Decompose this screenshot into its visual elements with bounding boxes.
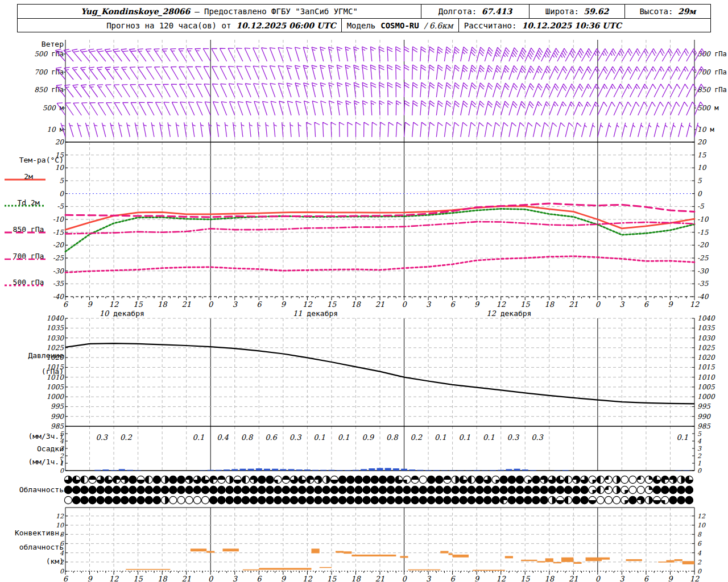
convective-cloud-segment [521,560,537,561]
svg-text:0: 0 [595,300,601,309]
precip-bar [135,470,141,471]
svg-text:21: 21 [569,575,578,582]
svg-text:0.3: 0.3 [96,433,108,442]
svg-text:9: 9 [668,300,673,309]
svg-text:1040: 1040 [46,314,64,322]
svg-text:12: 12 [109,575,119,582]
pressure-panel-units: (гПа) [0,367,64,376]
precip-bar [506,469,512,471]
legend-label-850: 850 гПа [0,225,57,234]
svg-text:20: 20 [55,138,65,146]
precip-bar [457,470,464,471]
convective-cloud-segment [408,569,441,571]
svg-text:6: 6 [63,300,69,309]
precip-bar [208,470,214,471]
svg-text:3: 3 [697,445,702,452]
svg-text:1005: 1005 [697,383,715,391]
precip-bar [401,469,407,471]
svg-text:10: 10 [55,164,65,172]
precip-bar [239,469,246,471]
svg-text:12: 12 [690,575,700,582]
svg-text:1025: 1025 [697,344,715,352]
precip-1h-units: (мм/1ч.) [0,458,64,466]
precip-bar [264,469,270,471]
svg-text:15: 15 [327,300,337,309]
svg-text:5: 5 [59,177,64,185]
svg-text:2: 2 [697,452,702,460]
precip-bar [474,470,480,471]
svg-text:10 декабря: 10 декабря [100,309,144,318]
svg-text:-30: -30 [697,267,709,275]
svg-text:1030: 1030 [697,334,715,342]
svg-text:12 декабря: 12 декабря [486,309,531,318]
wind-barbs-level-4 [61,122,700,137]
svg-text:0.8: 0.8 [386,433,399,442]
meteogram-canvas: 500 гПа500 гПа700 гПа700 гПа850 гПа850 г… [0,0,728,582]
precip-bar [280,469,286,471]
convective-cloud-segment [400,556,408,558]
precip-bar [675,470,681,471]
precip-bar [102,469,109,471]
precipitation-panel: 0011223344550.30.20.10.40.80.60.30.10.10… [60,430,702,475]
svg-text:9: 9 [87,575,93,582]
convective-cloud-segment [312,548,320,553]
svg-text:1000: 1000 [697,393,715,401]
precip-bar [683,470,689,471]
convective-cloud-segment [206,551,214,552]
precip-bar [224,469,230,471]
precip-bar [216,470,222,471]
convective-cloud-segment [666,560,674,563]
precip-bar [441,470,448,471]
svg-text:3: 3 [426,300,432,309]
convective-cloud-segment [473,570,505,571]
svg-text:1: 1 [697,460,701,467]
precip-bar [361,469,367,471]
svg-text:1035: 1035 [697,324,715,332]
svg-text:0.1: 0.1 [435,433,446,442]
svg-text:1000: 1000 [46,393,64,401]
svg-text:12: 12 [697,513,706,520]
convective-cloud-segment [675,559,682,561]
wind-barbs-level-2 [56,82,704,97]
svg-text:15: 15 [133,300,143,309]
precip-bar [320,470,326,471]
convective-cloud-segment [545,558,553,562]
svg-text:11 декабря: 11 декабря [293,309,338,318]
svg-text:15: 15 [133,575,143,582]
svg-text:-5: -5 [697,202,705,210]
precip-panel-title: Осадки [0,444,64,453]
svg-text:6: 6 [257,300,262,309]
svg-text:1015: 1015 [697,363,715,371]
precip-bar [337,470,343,471]
precip-bar [409,469,415,471]
pressure-curve [65,343,694,404]
svg-text:0: 0 [697,467,702,475]
svg-text:-10: -10 [697,215,709,223]
precip-bar [482,470,488,471]
svg-text:1030: 1030 [46,334,64,342]
conv-panel-title-2: облачность [0,543,64,551]
svg-text:-10: -10 [53,215,65,223]
convective-cloud-segment [243,569,259,571]
svg-text:5: 5 [697,177,702,185]
svg-text:0: 0 [595,575,601,582]
precip-bar [522,469,528,471]
svg-text:0.1: 0.1 [313,433,325,442]
svg-text:18: 18 [158,300,168,309]
precip-bar [417,470,423,471]
convective-cloud-segment [682,561,694,564]
svg-text:6: 6 [450,300,456,309]
svg-text:850 гПа: 850 гПа [697,86,727,94]
svg-text:0.2: 0.2 [410,433,422,442]
svg-text:10: 10 [697,164,707,172]
svg-text:500 м: 500 м [697,104,718,112]
wind-barbs-level-0 [56,47,705,61]
convective-panel: 002244668810101212 [56,508,706,575]
svg-text:0: 0 [208,300,214,309]
precip-bar [304,469,311,471]
svg-text:9: 9 [474,575,480,582]
precip-bar [385,468,391,471]
svg-text:0.1: 0.1 [193,433,205,442]
precip-bar [490,470,496,471]
svg-text:0.9: 0.9 [362,433,374,442]
